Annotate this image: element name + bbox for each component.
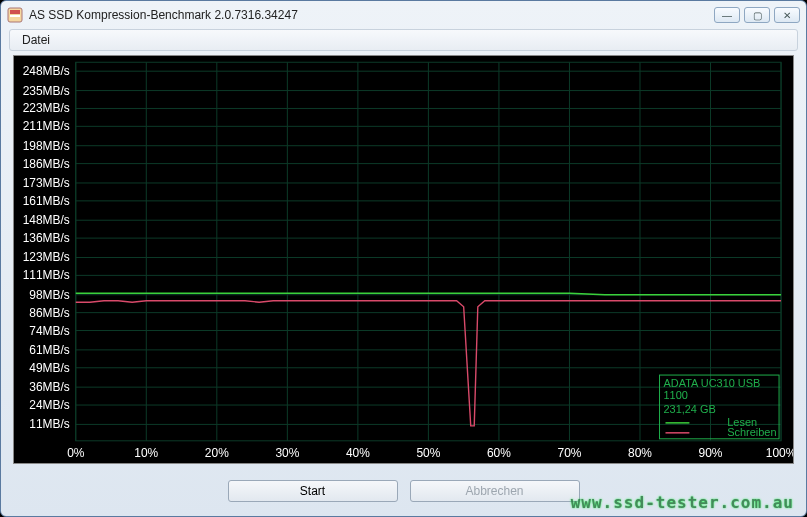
svg-text:30%: 30% <box>275 446 299 460</box>
watermark-text: www.ssd-tester.com.au <box>571 493 794 512</box>
menubar: Datei <box>9 29 798 51</box>
svg-text:136MB/s: 136MB/s <box>23 231 70 245</box>
svg-text:10%: 10% <box>134 446 158 460</box>
svg-text:61MB/s: 61MB/s <box>29 343 70 357</box>
svg-text:Schreiben: Schreiben <box>727 426 776 438</box>
svg-text:198MB/s: 198MB/s <box>23 139 70 153</box>
menu-file[interactable]: Datei <box>16 31 56 49</box>
svg-text:20%: 20% <box>205 446 229 460</box>
svg-text:1100: 1100 <box>663 389 687 401</box>
svg-text:235MB/s: 235MB/s <box>23 84 70 98</box>
svg-text:111MB/s: 111MB/s <box>23 268 70 282</box>
svg-text:50%: 50% <box>416 446 440 460</box>
svg-text:123MB/s: 123MB/s <box>23 250 70 264</box>
app-icon <box>7 7 23 23</box>
start-button[interactable]: Start <box>228 480 398 502</box>
svg-text:148MB/s: 148MB/s <box>23 213 70 227</box>
svg-text:49MB/s: 49MB/s <box>29 361 70 375</box>
svg-text:40%: 40% <box>346 446 370 460</box>
chart-svg: 11MB/s24MB/s36MB/s49MB/s61MB/s74MB/s86MB… <box>14 56 793 463</box>
svg-text:11MB/s: 11MB/s <box>29 417 70 431</box>
cancel-button[interactable]: Abbrechen <box>410 480 580 502</box>
svg-text:70%: 70% <box>558 446 582 460</box>
svg-text:36MB/s: 36MB/s <box>29 380 70 394</box>
svg-text:24MB/s: 24MB/s <box>29 398 70 412</box>
svg-text:80%: 80% <box>628 446 652 460</box>
svg-rect-1 <box>10 10 20 14</box>
window-controls: — ▢ ✕ <box>714 7 800 23</box>
svg-text:211MB/s: 211MB/s <box>23 119 70 133</box>
chart-area: 11MB/s24MB/s36MB/s49MB/s61MB/s74MB/s86MB… <box>13 55 794 464</box>
minimize-button[interactable]: — <box>714 7 740 23</box>
app-window: AS SSD Kompression-Benchmark 2.0.7316.34… <box>0 0 807 517</box>
maximize-button[interactable]: ▢ <box>744 7 770 23</box>
svg-rect-3 <box>14 56 793 462</box>
svg-text:248MB/s: 248MB/s <box>23 64 70 78</box>
close-button[interactable]: ✕ <box>774 7 800 23</box>
svg-text:0%: 0% <box>67 446 85 460</box>
svg-text:98MB/s: 98MB/s <box>29 288 70 302</box>
svg-text:161MB/s: 161MB/s <box>23 194 70 208</box>
window-title: AS SSD Kompression-Benchmark 2.0.7316.34… <box>29 8 714 22</box>
svg-rect-2 <box>10 15 20 17</box>
svg-text:100%: 100% <box>766 446 793 460</box>
svg-text:186MB/s: 186MB/s <box>23 157 70 171</box>
titlebar: AS SSD Kompression-Benchmark 2.0.7316.34… <box>1 1 806 29</box>
svg-text:ADATA UC310 USB: ADATA UC310 USB <box>663 377 760 389</box>
svg-text:60%: 60% <box>487 446 511 460</box>
svg-text:223MB/s: 223MB/s <box>23 101 70 115</box>
svg-text:90%: 90% <box>699 446 723 460</box>
svg-text:74MB/s: 74MB/s <box>29 324 70 338</box>
svg-text:173MB/s: 173MB/s <box>23 176 70 190</box>
svg-text:231,24 GB: 231,24 GB <box>663 403 715 415</box>
svg-text:86MB/s: 86MB/s <box>29 306 70 320</box>
